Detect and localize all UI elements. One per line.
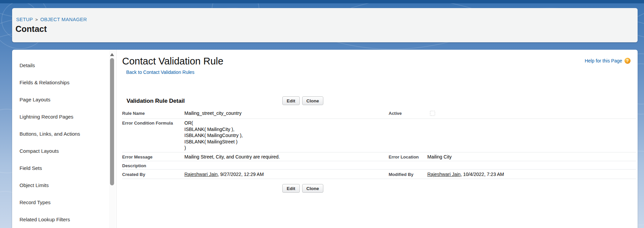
description-label: Description bbox=[122, 163, 146, 168]
rule-name-label: Rule Name bbox=[122, 111, 145, 116]
modified-by-value: Rajeshwari Jain, 10/4/2022, 7:23 AM bbox=[427, 172, 504, 177]
sidebar-item-compact-layouts[interactable]: Compact Layouts bbox=[12, 142, 108, 159]
validation-rule-detail-heading: Validation Rule Detail bbox=[127, 98, 185, 104]
sidebar-item-object-limits[interactable]: Object Limits bbox=[12, 177, 108, 194]
modified-by-user-link[interactable]: Rajeshwari Jain bbox=[427, 172, 461, 177]
row-divider bbox=[122, 169, 636, 170]
clone-button[interactable]: Clone bbox=[302, 96, 324, 105]
sidebar-content-divider bbox=[116, 50, 116, 228]
created-by-user-link[interactable]: Rajeshwari Jain bbox=[184, 172, 218, 177]
sidebar-item-lightning-record-pages[interactable]: Lightning Record Pages bbox=[12, 108, 108, 125]
active-label: Active bbox=[389, 111, 402, 116]
breadcrumb-setup-link[interactable]: SETUP bbox=[16, 17, 33, 22]
error-location-label: Error Location bbox=[389, 154, 419, 159]
edit-button[interactable]: Edit bbox=[282, 96, 300, 105]
error-message-label: Error Message bbox=[122, 154, 152, 159]
detail-buttons-bottom: Edit Clone bbox=[282, 184, 323, 193]
sidebar-item-details[interactable]: Details bbox=[12, 57, 108, 74]
setup-header-card: SETUP>OBJECT MANAGER Contact bbox=[12, 8, 638, 42]
detail-buttons-top: Edit Clone bbox=[282, 96, 323, 105]
sidebar-item-buttons-links-actions[interactable]: Buttons, Links, and Actions bbox=[12, 125, 108, 142]
breadcrumb: SETUP>OBJECT MANAGER bbox=[16, 17, 87, 22]
back-to-validation-rules-link[interactable]: Back to Contact Validation Rules bbox=[126, 70, 194, 75]
row-divider bbox=[122, 152, 636, 152]
created-by-value: Rajeshwari Jain, 9/27/2022, 12:29 AM bbox=[184, 172, 264, 177]
help-area: Help for this Page ? bbox=[585, 58, 631, 64]
created-by-label: Created By bbox=[122, 172, 145, 177]
created-by-datetime: , 9/27/2022, 12:29 AM bbox=[218, 172, 264, 177]
error-condition-formula-value: OR( ISBLANK( MailingCity ), ISBLANK( Mai… bbox=[184, 120, 243, 151]
breadcrumb-object-manager-link[interactable]: OBJECT MANAGER bbox=[40, 17, 87, 22]
rule-name-value: Mailing_street_city_country bbox=[184, 110, 242, 116]
scrollbar-up-arrow-icon[interactable] bbox=[110, 53, 114, 56]
help-question-icon[interactable]: ? bbox=[624, 58, 631, 64]
sidebar-item-related-lookup-filters[interactable]: Related Lookup Filters bbox=[12, 211, 108, 228]
clone-button-bottom[interactable]: Clone bbox=[302, 184, 324, 193]
row-divider bbox=[122, 179, 636, 179]
error-message-value: Mailing Street, City, and Country are re… bbox=[184, 154, 280, 159]
sidebar-scrollbar-thumb[interactable] bbox=[110, 58, 114, 185]
breadcrumb-separator: > bbox=[35, 17, 38, 22]
sidebar-item-record-types[interactable]: Record Types bbox=[12, 194, 108, 211]
edit-button-bottom[interactable]: Edit bbox=[282, 184, 300, 193]
modified-by-datetime: , 10/4/2022, 7:23 AM bbox=[461, 172, 504, 177]
sidebar-item-field-sets[interactable]: Field Sets bbox=[12, 159, 108, 177]
sidebar-item-fields-relationships[interactable]: Fields & Relationships bbox=[12, 74, 108, 91]
help-for-this-page-link[interactable]: Help for this Page bbox=[585, 58, 622, 63]
object-manager-sidebar: Details Fields & Relationships Page Layo… bbox=[12, 57, 108, 228]
row-divider bbox=[122, 119, 636, 119]
error-condition-formula-label: Error Condition Formula bbox=[122, 121, 173, 126]
page-title: Contact Validation Rule bbox=[122, 56, 223, 67]
modified-by-label: Modified By bbox=[389, 172, 414, 177]
active-checkbox bbox=[430, 111, 435, 116]
row-divider bbox=[122, 161, 636, 161]
error-location-value: Mailing City bbox=[427, 154, 452, 159]
object-title: Contact bbox=[15, 24, 47, 34]
global-top-strip bbox=[0, 0, 644, 3]
sidebar-item-page-layouts[interactable]: Page Layouts bbox=[12, 91, 108, 108]
